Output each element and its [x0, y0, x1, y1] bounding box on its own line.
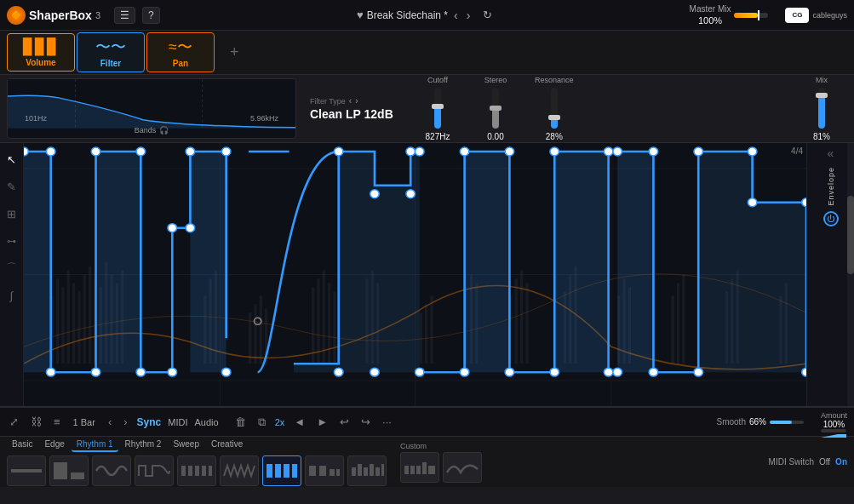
- svg-rect-35: [333, 291, 335, 364]
- right-scrollbar[interactable]: [847, 143, 854, 406]
- preset-prev-button[interactable]: ‹: [451, 9, 461, 22]
- svg-rect-15: [77, 291, 80, 364]
- play-next-button[interactable]: ►: [314, 415, 330, 428]
- svg-rect-56: [677, 283, 679, 364]
- add-tab-button[interactable]: +: [223, 40, 246, 65]
- svg-rect-117: [330, 469, 335, 476]
- bar-value: 1 Bar: [70, 417, 99, 427]
- main-canvas-area: 21.1k [Hz] 659 20.6 ↖ ✎ ⊞ ⊶ ⌒ ∫ « Envelo…: [0, 143, 854, 407]
- stereo-thumb[interactable]: [490, 106, 502, 111]
- tab-filter[interactable]: 〜〜 Filter: [77, 32, 145, 72]
- svg-point-91: [604, 147, 613, 156]
- help-button[interactable]: ?: [142, 7, 160, 24]
- smooth-slider[interactable]: [770, 421, 804, 424]
- bar-prev[interactable]: ‹: [106, 415, 114, 428]
- cutoff-label: Cutoff: [427, 76, 448, 84]
- pattern-square-sine[interactable]: [135, 455, 174, 486]
- sync-button[interactable]: Sync: [137, 416, 162, 428]
- sync-icon[interactable]: ↻: [483, 9, 492, 21]
- pattern-active-steps[interactable]: [262, 455, 301, 486]
- category-basic[interactable]: Basic: [7, 438, 37, 452]
- play-prev-button[interactable]: ◄: [291, 415, 307, 428]
- tab-volume[interactable]: ▊▊▊ Volume: [7, 33, 75, 72]
- custom-pattern-2[interactable]: [443, 452, 482, 483]
- pattern-mix1[interactable]: [305, 455, 344, 486]
- mix-slider[interactable]: [806, 88, 837, 129]
- midi-off-button[interactable]: Off: [819, 457, 830, 467]
- headphone-icon: 🎧: [159, 126, 169, 135]
- redo-button[interactable]: ↪: [358, 415, 373, 428]
- svg-rect-14: [72, 283, 75, 364]
- svg-point-92: [604, 368, 613, 376]
- resonance-thumb[interactable]: [548, 115, 560, 120]
- cutoff-group: Cutoff 827Hz: [412, 78, 463, 139]
- undo-button[interactable]: ↩: [337, 415, 352, 428]
- tool-select[interactable]: ↖: [3, 150, 21, 169]
- filter-type-prev[interactable]: ‹: [349, 96, 352, 106]
- mix-thumb[interactable]: [816, 93, 828, 98]
- midi-button[interactable]: MIDI: [168, 417, 187, 427]
- amount-bar: [821, 429, 846, 432]
- tool-grid[interactable]: ⊞: [3, 204, 21, 223]
- svg-rect-39: [420, 312, 422, 364]
- master-mix-value: 100%: [698, 15, 722, 26]
- preset-next-button[interactable]: ›: [464, 9, 473, 22]
- app-name: ShaperBox: [29, 9, 92, 22]
- svg-point-66: [91, 368, 100, 376]
- multiplier-label[interactable]: 2x: [275, 417, 285, 427]
- master-mix-bar[interactable]: [734, 13, 768, 18]
- category-edge[interactable]: Edge: [39, 438, 69, 452]
- svg-rect-126: [410, 466, 415, 474]
- cableguys-text: cableguys: [812, 11, 847, 20]
- resonance-slider[interactable]: [539, 88, 570, 129]
- category-sweep[interactable]: Sweep: [168, 438, 204, 452]
- stereo-value: 0.00: [487, 132, 503, 141]
- midi-on-button[interactable]: On: [835, 457, 847, 467]
- expand-button[interactable]: ⤢: [7, 415, 21, 428]
- svg-rect-105: [71, 472, 84, 479]
- tool-smooth[interactable]: ∫: [3, 286, 21, 305]
- scrollbar-thumb: [847, 196, 854, 275]
- pattern-sine[interactable]: [92, 455, 131, 486]
- cutoff-slider[interactable]: [422, 88, 453, 129]
- filter-type-next[interactable]: ›: [355, 96, 358, 106]
- list-button[interactable]: ≡: [51, 415, 63, 428]
- category-rhythm1[interactable]: Rhythm 1: [72, 438, 118, 452]
- smooth-area: Smooth 66%: [716, 417, 803, 427]
- stereo-label: Stereo: [484, 76, 507, 84]
- pan-icon: ≈〜: [169, 37, 192, 57]
- category-creative[interactable]: Creative: [206, 438, 248, 452]
- pattern-mix2[interactable]: [347, 455, 387, 486]
- tool-pen[interactable]: ✎: [3, 177, 21, 196]
- pattern-pulses[interactable]: [177, 455, 216, 486]
- mix-label: Mix: [816, 76, 828, 84]
- copy-button[interactable]: ⧉: [255, 415, 268, 429]
- stereo-slider[interactable]: [480, 88, 511, 129]
- svg-point-87: [505, 147, 514, 156]
- pattern-spiky[interactable]: [220, 455, 259, 486]
- filter-section: Low Mid High 101Hz 5.96kHz Bands 🎧 Filte…: [0, 75, 854, 143]
- svg-rect-104: [54, 462, 67, 479]
- svg-rect-116: [319, 466, 326, 476]
- category-rhythm2[interactable]: Rhythm 2: [120, 438, 167, 452]
- collapse-chevron[interactable]: «: [828, 146, 834, 160]
- master-mix-label: Master Mix: [690, 4, 731, 14]
- audio-button[interactable]: Audio: [195, 417, 219, 427]
- link-button[interactable]: ⛓: [28, 415, 44, 428]
- svg-rect-34: [328, 283, 330, 364]
- tool-curve[interactable]: ⌒: [3, 259, 21, 278]
- custom-pattern-1[interactable]: [400, 452, 439, 483]
- pattern-flat[interactable]: [7, 455, 46, 486]
- delete-button[interactable]: 🗑: [232, 415, 249, 428]
- cutoff-thumb[interactable]: [432, 104, 444, 109]
- tab-pan[interactable]: ≈〜 Pan: [146, 32, 215, 72]
- menu-button[interactable]: ☰: [114, 7, 135, 24]
- master-bar-fill: [734, 13, 758, 18]
- svg-point-69: [136, 368, 146, 376]
- more-button[interactable]: ···: [380, 415, 394, 428]
- envelope-power-button[interactable]: ⏻: [823, 211, 839, 226]
- pattern-ramp[interactable]: [49, 455, 89, 486]
- svg-rect-124: [381, 464, 384, 476]
- bar-next[interactable]: ›: [121, 415, 129, 428]
- tool-link[interactable]: ⊶: [3, 232, 21, 250]
